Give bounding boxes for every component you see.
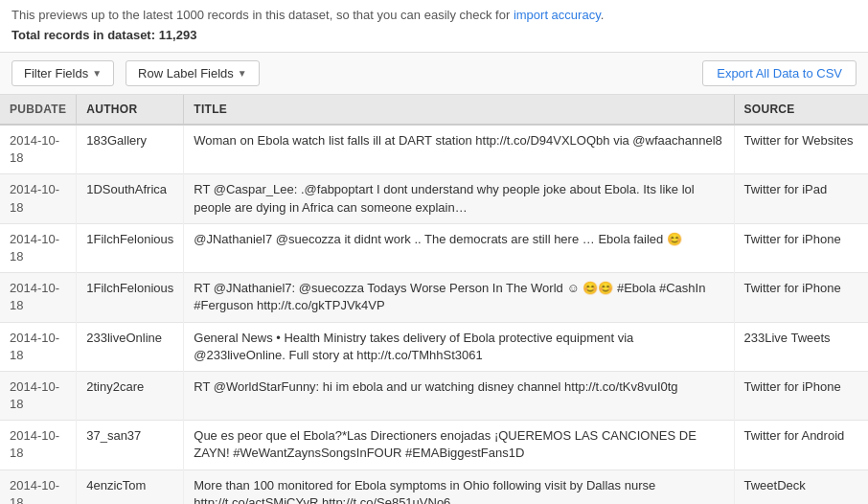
import-accuracy-link[interactable]: import accuracy — [514, 8, 601, 22]
cell-title: General News • Health Ministry takes del… — [184, 322, 734, 371]
preview-text: This previews up to the latest 1000 reco… — [11, 8, 604, 22]
cell-pubdate: 2014-10-18 — [0, 421, 77, 470]
cell-title: RT @WorldStarFunny: hi im ebola and ur w… — [184, 371, 734, 420]
filter-fields-button[interactable]: Filter Fields ▼ — [11, 60, 114, 86]
toolbar: Filter Fields ▼ Row Label Fields ▼ Expor… — [0, 52, 868, 95]
table-header: PUBDATE AUTHOR TITLE SOURCE — [0, 95, 868, 125]
data-table: PUBDATE AUTHOR TITLE SOURCE 2014-10-1818… — [0, 95, 868, 504]
column-header-title: TITLE — [184, 95, 734, 125]
cell-pubdate: 2014-10-18 — [0, 223, 77, 272]
filter-fields-chevron-icon: ▼ — [92, 68, 102, 79]
cell-author: 233liveOnline — [77, 322, 184, 371]
cell-source: Twitter for iPhone — [734, 371, 868, 420]
row-label-fields-button[interactable]: Row Label Fields ▼ — [126, 60, 260, 86]
cell-pubdate: 2014-10-18 — [0, 371, 77, 420]
table-row: 2014-10-181FilchFeloniousRT @JNathaniel7… — [0, 273, 868, 322]
table-row: 2014-10-181DSouthAfricaRT @Caspar_Lee: .… — [0, 174, 868, 223]
export-label: Export All Data to CSV — [717, 66, 842, 80]
cell-pubdate: 2014-10-18 — [0, 322, 77, 371]
cell-source: TweetDeck — [734, 470, 868, 504]
total-records: Total records in dataset: 11,293 — [0, 26, 868, 52]
table-row: 2014-10-1837_san37Que es peor que el Ebo… — [0, 421, 868, 470]
table-row: 2014-10-182tiny2careRT @WorldStarFunny: … — [0, 371, 868, 420]
export-csv-button[interactable]: Export All Data to CSV — [702, 60, 857, 86]
toolbar-left: Filter Fields ▼ Row Label Fields ▼ — [11, 60, 260, 86]
cell-title: Que es peor que el Ebola?*Las Directione… — [184, 421, 734, 470]
row-label-fields-label: Row Label Fields — [138, 66, 234, 80]
cell-source: Twitter for iPhone — [734, 223, 868, 272]
cell-title: Woman on Ebola watch list falls ill at D… — [184, 125, 734, 174]
column-header-author: AUTHOR — [77, 95, 184, 125]
column-header-source: SOURCE — [734, 95, 868, 125]
cell-author: 1FilchFelonious — [77, 223, 184, 272]
cell-pubdate: 2014-10-18 — [0, 273, 77, 322]
table-row: 2014-10-181FilchFelonious@JNathaniel7 @s… — [0, 223, 868, 272]
preview-info: This previews up to the latest 1000 reco… — [0, 0, 868, 26]
cell-title: @JNathaniel7 @suecozza it didnt work .. … — [184, 223, 734, 272]
cell-source: Twitter for Android — [734, 421, 868, 470]
cell-author: 4enzicTom — [77, 470, 184, 504]
cell-source: Twitter for Websites — [734, 125, 868, 174]
cell-pubdate: 2014-10-18 — [0, 125, 77, 174]
cell-title: More than 100 monitored for Ebola sympto… — [184, 470, 734, 504]
cell-source: Twitter for iPad — [734, 174, 868, 223]
row-label-fields-chevron-icon: ▼ — [238, 68, 247, 79]
column-header-pubdate: PUBDATE — [0, 95, 77, 125]
cell-author: 37_san37 — [77, 421, 184, 470]
table-row: 2014-10-184enzicTomMore than 100 monitor… — [0, 470, 868, 504]
cell-author: 1DSouthAfrica — [77, 174, 184, 223]
table-body: 2014-10-18183GalleryWoman on Ebola watch… — [0, 125, 868, 504]
cell-source: 233Live Tweets — [734, 322, 868, 371]
cell-title: RT @JNathaniel7: @suecozza Todays Worse … — [184, 273, 734, 322]
cell-author: 183Gallery — [77, 125, 184, 174]
table-row: 2014-10-18233liveOnlineGeneral News • He… — [0, 322, 868, 371]
cell-author: 2tiny2care — [77, 371, 184, 420]
table-header-row: PUBDATE AUTHOR TITLE SOURCE — [0, 95, 868, 125]
cell-pubdate: 2014-10-18 — [0, 174, 77, 223]
cell-author: 1FilchFelonious — [77, 273, 184, 322]
cell-pubdate: 2014-10-18 — [0, 470, 77, 504]
filter-fields-label: Filter Fields — [24, 66, 88, 80]
cell-source: Twitter for iPhone — [734, 273, 868, 322]
cell-title: RT @Caspar_Lee: .@fabpoptart I dont unde… — [184, 174, 734, 223]
table-row: 2014-10-18183GalleryWoman on Ebola watch… — [0, 125, 868, 174]
